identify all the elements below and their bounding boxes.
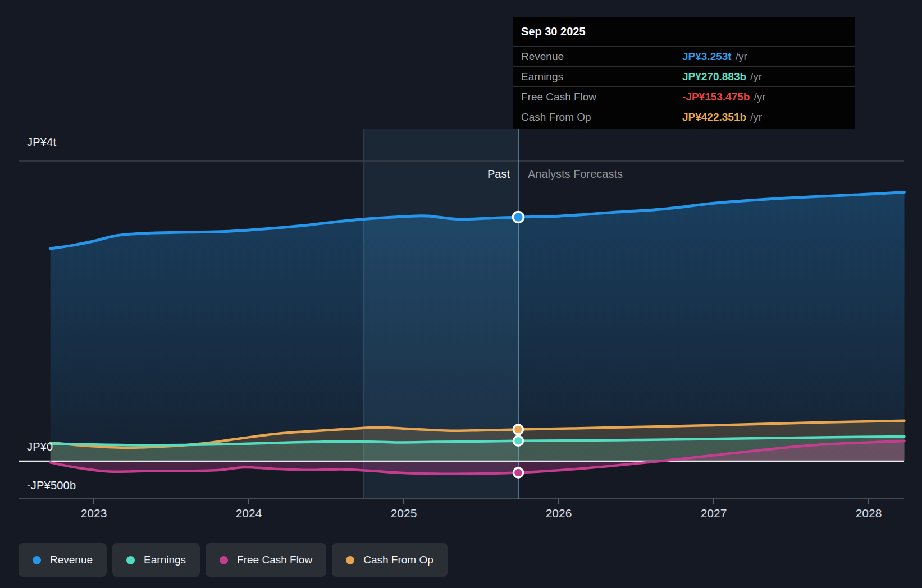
x-axis-label-2026: 2026	[531, 507, 587, 520]
tooltip-row-value: JP¥3.253t	[682, 50, 732, 63]
tooltip-row-revenue: RevenueJP¥3.253t/yr	[513, 46, 855, 66]
free-cash-flow-marker	[513, 468, 523, 477]
y-axis-label: JP¥0	[27, 440, 53, 453]
past-section-label: Past	[387, 168, 510, 181]
x-axis-label-2028: 2028	[841, 507, 897, 520]
y-axis-label: JP¥4t	[27, 136, 56, 149]
tooltip-date: Sep 30 2025	[513, 17, 855, 46]
tooltip-row-unit: /yr	[736, 50, 747, 63]
chart-legend: RevenueEarningsFree Cash FlowCash From O…	[19, 543, 448, 577]
cash-from-op-marker	[513, 425, 523, 434]
legend-chip-free-cash-flow[interactable]: Free Cash Flow	[206, 543, 326, 577]
x-axis-label-2024: 2024	[221, 507, 277, 520]
tooltip-row-unit: /yr	[750, 71, 762, 83]
tooltip-row-earnings: EarningsJP¥270.883b/yr	[513, 66, 855, 86]
chart-tooltip: Sep 30 2025 RevenueJP¥3.253t/yrEarningsJ…	[513, 17, 855, 129]
legend-chip-label: Free Cash Flow	[237, 554, 312, 566]
legend-chip-label: Earnings	[144, 554, 186, 566]
legend-chip-cash-from-op[interactable]: Cash From Op	[332, 543, 448, 577]
revenue-marker	[513, 212, 523, 222]
tooltip-row-label: Free Cash Flow	[521, 91, 682, 103]
tooltip-row-unit: /yr	[754, 91, 765, 103]
x-axis-label-2023: 2023	[66, 507, 122, 520]
legend-dot-icon	[220, 556, 228, 564]
legend-chip-earnings[interactable]: Earnings	[112, 543, 200, 577]
tooltip-row-value: JP¥422.351b	[682, 111, 746, 123]
y-axis-label: -JP¥500b	[27, 479, 76, 492]
legend-dot-icon	[346, 556, 354, 564]
legend-chip-label: Cash From Op	[363, 554, 433, 566]
tooltip-row-unit: /yr	[750, 111, 762, 123]
tooltip-row-label: Revenue	[521, 50, 682, 63]
tooltip-row-free-cash-flow: Free Cash Flow-JP¥153.475b/yr	[513, 86, 855, 107]
tooltip-row-value: -JP¥153.475b	[682, 91, 750, 103]
legend-dot-icon	[33, 556, 41, 564]
x-axis-label-2025: 2025	[376, 507, 432, 520]
tooltip-row-cash-from-op: Cash From OpJP¥422.351b/yr	[513, 107, 855, 127]
x-axis-label-2027: 2027	[686, 507, 742, 520]
tooltip-row-value: JP¥270.883b	[682, 71, 746, 83]
earnings-marker	[513, 436, 523, 445]
tooltip-row-label: Earnings	[521, 71, 682, 83]
earnings-revenue-growth-chart: JP¥4tJP¥0-JP¥500b 2023202420252026202720…	[0, 0, 922, 588]
legend-dot-icon	[126, 556, 135, 564]
legend-chip-revenue[interactable]: Revenue	[19, 543, 107, 577]
legend-chip-label: Revenue	[50, 554, 93, 566]
analysts-forecasts-section-label: Analysts Forecasts	[528, 168, 623, 181]
tooltip-row-label: Cash From Op	[521, 111, 682, 123]
